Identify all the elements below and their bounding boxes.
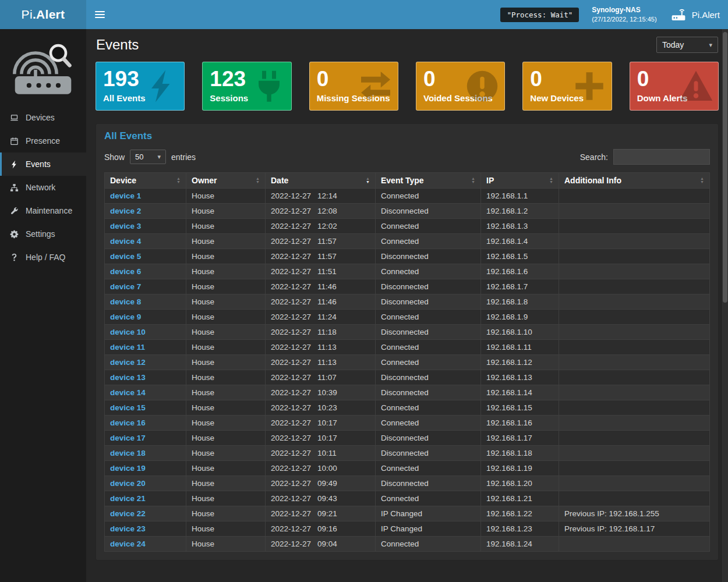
- plug-icon: [252, 69, 287, 104]
- device-link[interactable]: device 16: [110, 418, 146, 427]
- sidebar-item-label: Help / FAQ: [26, 253, 65, 262]
- card-missing-sessions[interactable]: 0Missing Sessions: [309, 62, 398, 111]
- owner-cell: House: [186, 219, 266, 234]
- sidebar-item-devices[interactable]: Devices: [0, 106, 86, 129]
- owner-cell: House: [186, 294, 266, 310]
- device-link[interactable]: device 9: [110, 313, 141, 321]
- card-all-events[interactable]: 193All Events: [96, 62, 185, 111]
- device-link[interactable]: device 8: [110, 297, 141, 306]
- search-label: Search:: [580, 152, 608, 162]
- device-link[interactable]: device 6: [110, 267, 141, 276]
- additional-info-cell: [559, 355, 710, 370]
- card-voided-sessions[interactable]: 0Voided Sessions: [416, 62, 505, 111]
- owner-cell: House: [186, 310, 266, 325]
- device-cell: device 22: [105, 506, 186, 521]
- ip-cell: 192.168.1.12: [481, 355, 559, 370]
- device-link[interactable]: device 4: [110, 237, 141, 246]
- top-navbar: Pi.Alert "Process: Wait" Synology-NAS (2…: [0, 0, 728, 29]
- ip-cell: 192.168.1.4: [481, 234, 559, 249]
- date-cell: 2022-12-2710:00: [266, 461, 376, 476]
- device-link[interactable]: device 15: [110, 403, 146, 412]
- card-new-devices[interactable]: 0New Devices: [522, 62, 612, 111]
- page-title: Events: [96, 37, 139, 53]
- ip-cell: 192.168.1.6: [481, 264, 559, 279]
- column-header-ip[interactable]: IP▲▼: [481, 173, 559, 189]
- date-cell: 2022-12-2712:14: [266, 189, 376, 204]
- additional-info-cell: [559, 234, 710, 249]
- event-type-cell: Disconnected: [376, 385, 481, 400]
- column-label: Date: [271, 176, 288, 185]
- panel-title: All Events: [104, 130, 710, 142]
- device-link[interactable]: device 3: [110, 222, 141, 230]
- sidebar-toggle-button[interactable]: [86, 0, 113, 29]
- device-link[interactable]: device 17: [110, 434, 146, 442]
- navbar-right: "Process: Wait" Synology-NAS (27/12/2022…: [500, 5, 720, 23]
- table-row: device 2House2022-12-2712:08Disconnected…: [105, 204, 710, 219]
- vertical-scrollbar[interactable]: [721, 29, 728, 582]
- events-panel: All Events Show 50 ▾ entries Search:: [96, 123, 719, 560]
- card-down-alerts[interactable]: 0Down Alerts: [630, 62, 719, 111]
- device-link[interactable]: device 1: [110, 191, 141, 200]
- additional-info-cell: [559, 446, 710, 461]
- device-link[interactable]: device 19: [110, 464, 146, 473]
- device-link[interactable]: device 24: [110, 540, 146, 548]
- device-cell: device 23: [105, 521, 186, 537]
- page-length-select[interactable]: 50 ▾: [130, 150, 166, 164]
- table-row: device 17House2022-12-2710:17Disconnecte…: [105, 431, 710, 446]
- device-link[interactable]: device 13: [110, 373, 146, 382]
- device-link[interactable]: device 10: [110, 328, 146, 336]
- device-link[interactable]: device 11: [110, 343, 145, 352]
- owner-cell: House: [186, 370, 266, 385]
- device-cell: device 24: [105, 537, 186, 552]
- additional-info-cell: [559, 370, 710, 385]
- ip-cell: 192.168.1.1: [481, 189, 559, 204]
- sidebar-item-network[interactable]: Network: [0, 176, 86, 199]
- date-cell: 2022-12-2711:57: [266, 234, 376, 249]
- period-select[interactable]: Today ▾: [656, 37, 718, 53]
- device-link[interactable]: device 7: [110, 282, 141, 291]
- additional-info-cell: [559, 310, 710, 325]
- sidebar-item-maintenance[interactable]: Maintenance: [0, 199, 86, 222]
- header-brand[interactable]: Pi.Alert: [670, 7, 720, 22]
- search-input[interactable]: [613, 149, 710, 165]
- device-link[interactable]: device 2: [110, 207, 141, 215]
- device-link[interactable]: device 18: [110, 449, 146, 457]
- header-brand-label: Pi.Alert: [692, 10, 720, 20]
- sidebar-item-presence[interactable]: Presence: [0, 129, 86, 152]
- device-link[interactable]: device 22: [110, 509, 146, 518]
- device-link[interactable]: device 5: [110, 252, 141, 261]
- additional-info-cell: [559, 400, 710, 416]
- chevron-down-icon: ▾: [158, 153, 161, 161]
- column-header-device[interactable]: Device▲▼: [105, 173, 186, 189]
- period-select-value: Today: [662, 40, 684, 49]
- device-link[interactable]: device 14: [110, 388, 146, 397]
- column-header-date[interactable]: Date▲▼: [266, 173, 376, 189]
- app-logo[interactable]: Pi.Alert: [0, 0, 86, 29]
- device-link[interactable]: device 20: [110, 479, 146, 488]
- date-cell: 2022-12-2709:49: [266, 476, 376, 491]
- owner-cell: House: [186, 431, 266, 446]
- column-header-owner[interactable]: Owner▲▼: [186, 173, 266, 189]
- device-cell: device 12: [105, 355, 186, 370]
- date-cell: 2022-12-2711:51: [266, 264, 376, 279]
- date-cell: 2022-12-2711:07: [266, 370, 376, 385]
- navbar: "Process: Wait" Synology-NAS (27/12/2022…: [86, 0, 728, 29]
- ip-cell: 192.168.1.21: [481, 491, 559, 506]
- column-header-event-type[interactable]: Event Type▲▼: [376, 173, 481, 189]
- event-type-cell: Connected: [376, 310, 481, 325]
- column-header-additional-info[interactable]: Additional Info▲▼: [559, 173, 710, 189]
- sidebar-item-settings[interactable]: Settings: [0, 222, 86, 246]
- device-link[interactable]: device 23: [110, 524, 146, 533]
- sidebar-item-events[interactable]: Events: [0, 152, 86, 176]
- additional-info-cell: Previous IP: 192.168.1.255: [559, 506, 710, 521]
- device-link[interactable]: device 12: [110, 358, 146, 367]
- scrollbar-thumb[interactable]: [723, 32, 727, 303]
- event-type-cell: Connected: [376, 400, 481, 416]
- card-sessions[interactable]: 123Sessions: [202, 62, 291, 111]
- sidebar-item-help-faq[interactable]: Help / FAQ: [0, 246, 86, 269]
- pialert-logo-graphic: [0, 29, 86, 106]
- sort-icon: ▲▼: [549, 177, 553, 184]
- owner-cell: House: [186, 461, 266, 476]
- device-link[interactable]: device 21: [110, 494, 146, 503]
- device-cell: device 20: [105, 476, 186, 491]
